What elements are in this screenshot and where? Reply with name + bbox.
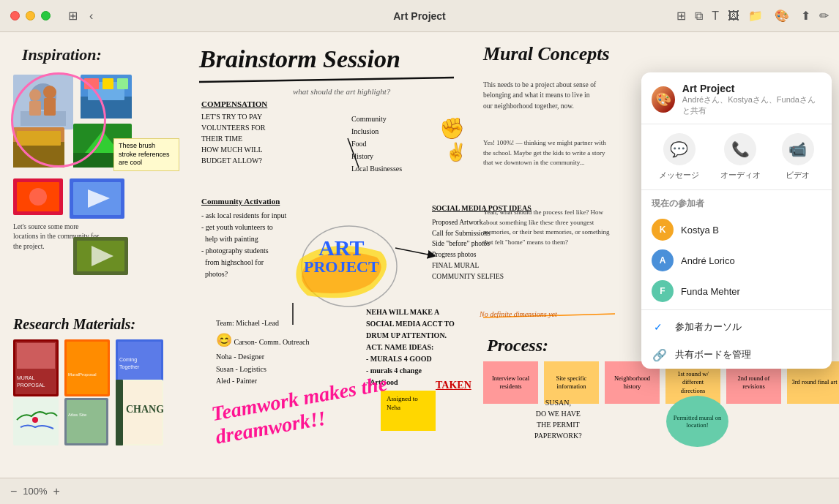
- zoom-in-button[interactable]: +: [53, 485, 60, 498]
- photo-7: [73, 237, 128, 275]
- kostya-name: Kostya B: [681, 225, 719, 236]
- mural-concept-text: This needs to be a project about sense o…: [483, 80, 600, 111]
- ref-book-2-svg: Atlas Site: [64, 398, 108, 445]
- minimize-button[interactable]: [26, 11, 35, 20]
- message-label: メッセージ: [659, 170, 699, 181]
- map-thumbnail: [13, 398, 59, 445]
- ref-book-2: Atlas Site: [64, 398, 108, 445]
- permit-note: SUSAN,DO WE HAVETHE PERMITPAPERWORK?: [534, 397, 582, 441]
- audio-action-button[interactable]: 📞 オーディオ: [720, 133, 761, 181]
- process-label: Process:: [487, 336, 548, 356]
- photo-6-svg: [70, 178, 124, 219]
- book-1-svg: MURAL PROPOSAL: [13, 339, 59, 396]
- funda-avatar: F: [652, 280, 674, 302]
- bottombar: − 100% +: [0, 478, 839, 504]
- art-text-wrapper: ART PROJECT: [304, 237, 379, 275]
- svg-text:MuralProposal: MuralProposal: [68, 372, 97, 377]
- photo-6: [70, 178, 124, 219]
- svg-text:CHANGE: CHANGE: [126, 404, 163, 415]
- fist-emoji: ✊: [439, 116, 465, 140]
- window-title: Art Project: [393, 10, 446, 22]
- message-icon: 💬: [663, 133, 696, 165]
- svg-line-0: [199, 78, 454, 82]
- sidebar-toggle-button[interactable]: ⊞: [65, 6, 81, 26]
- svg-rect-36: [17, 343, 55, 369]
- collab-title: Art Project: [682, 83, 821, 94]
- participants-header: 現在の参加者: [641, 190, 832, 214]
- svg-text:MURAL: MURAL: [17, 375, 35, 380]
- image-button[interactable]: 🖼: [728, 10, 739, 23]
- back-button[interactable]: ‹: [86, 7, 96, 26]
- project-word: PROJECT: [304, 259, 379, 275]
- divider-1: [641, 309, 832, 310]
- svg-text:Together: Together: [119, 364, 140, 370]
- manage-board-icon: 🔗: [652, 347, 668, 363]
- collab-header: 🎨 Art Project Andréさん、Kostyaさん、Fundaさんと共…: [641, 72, 832, 124]
- art-word: ART: [304, 237, 379, 259]
- svg-point-27: [29, 188, 47, 206]
- text-button[interactable]: T: [712, 10, 719, 23]
- fullscreen-button[interactable]: [41, 11, 51, 20]
- svg-rect-18: [117, 78, 128, 89]
- photo-note-text: These brush stroke references are cool: [119, 142, 170, 166]
- participant-kostya[interactable]: K Kostya B: [641, 214, 832, 245]
- canvas-area[interactable]: Inspiration:: [0, 32, 839, 478]
- audio-icon: 📞: [724, 133, 756, 165]
- svg-rect-48: [116, 380, 123, 445]
- collab-info: Art Project Andréさん、Kostyaさん、Fundaさんと共有: [682, 83, 821, 116]
- art-highlight-text: what should the art highlight?: [293, 87, 390, 96]
- inspiration-label: Inspiration:: [22, 45, 102, 64]
- duplicate-button[interactable]: ⧉: [695, 10, 703, 23]
- video-label: ビデオ: [786, 170, 810, 181]
- svg-text:PROPOSAL: PROPOSAL: [17, 383, 45, 388]
- community-activation-text: - ask local residents for input - get yo…: [201, 210, 286, 280]
- andre-avatar: A: [652, 249, 674, 271]
- mural-location-sticky: Permitted mural on location!: [666, 396, 728, 447]
- manage-board-option[interactable]: 🔗 共有ボードを管理: [641, 341, 832, 369]
- svg-point-51: [32, 417, 38, 423]
- mural-concepts-label: Mural Concepts: [483, 43, 610, 65]
- compensation-text: LET'S TRY TO PAYVOLUNTEERS FORTHEIR TIME…: [201, 111, 266, 166]
- team-list: Team: Michael -Lead 😊 Carson- Comm. Outr…: [216, 317, 310, 388]
- svg-rect-17: [102, 78, 113, 89]
- video-icon: 📹: [782, 133, 814, 165]
- close-button[interactable]: [10, 11, 20, 20]
- andre-name: André Lorico: [681, 255, 735, 266]
- change-book: CHANGE: [116, 380, 163, 445]
- zoom-out-button[interactable]: −: [10, 485, 17, 498]
- photo-5-svg: [13, 178, 63, 215]
- kostya-avatar: K: [652, 219, 674, 241]
- change-book-svg: CHANGE: [116, 380, 163, 445]
- message-action-button[interactable]: 💬 メッセージ: [659, 133, 699, 181]
- art-project-center: ART PROJECT: [304, 237, 379, 275]
- pencil-button[interactable]: ✏: [819, 9, 829, 23]
- folder-button[interactable]: 📁: [748, 9, 763, 23]
- participant-andre[interactable]: A André Lorico: [641, 245, 832, 276]
- zoom-level: 100%: [23, 486, 47, 497]
- mural-concept-text2: Yes! 100%! — thinking we might partner w…: [483, 138, 611, 168]
- checkmark-icon: ✓: [654, 321, 663, 333]
- mural-concept-text3: Yeah, what should the process feel like?…: [483, 208, 611, 247]
- peace-emoji: ✌️: [445, 142, 467, 162]
- cursor-option[interactable]: ✓ 参加者カーソル: [641, 313, 832, 341]
- collab-avatar: 🎨: [652, 86, 675, 113]
- photo-note-sticky: These brush stroke references are cool: [113, 138, 179, 171]
- participant-funda[interactable]: F Funda Mehter: [641, 276, 832, 306]
- video-action-button[interactable]: 📹 ビデオ: [782, 133, 814, 181]
- collab-actions: 💬 メッセージ 📞 オーディオ 📹 ビデオ: [641, 124, 832, 190]
- taken-label: TAKEN: [436, 380, 471, 391]
- share-button[interactable]: ⬆: [801, 9, 810, 23]
- toolbar-right: ⊞ ⧉ T 🖼 📁 🎨 ⬆ ✏: [676, 6, 839, 26]
- brainstorm-title: Brainstorm Session: [199, 45, 400, 73]
- community-activation-label: Community Activation: [201, 197, 280, 206]
- manage-board-label: 共有ボードを管理: [675, 348, 751, 361]
- book-2: MuralProposal: [64, 339, 110, 396]
- svg-text:Atlas Site: Atlas Site: [68, 413, 87, 417]
- research-materials-label: Research Materials:: [13, 316, 135, 333]
- collab-subtitle: Andréさん、Kostyaさん、Fundaさんと共有: [682, 94, 821, 116]
- cursor-option-label: 参加者カーソル: [675, 320, 742, 334]
- grid-view-button[interactable]: ⊞: [676, 9, 686, 23]
- traffic-lights: [0, 11, 51, 20]
- audio-label: オーディオ: [720, 170, 761, 181]
- user-avatar-button[interactable]: 🎨: [772, 6, 792, 26]
